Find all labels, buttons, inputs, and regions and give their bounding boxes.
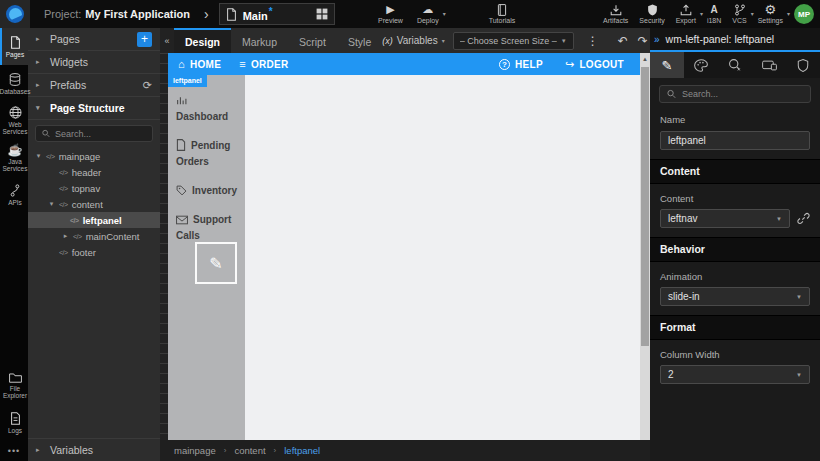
tab-markup[interactable]: Markup (231, 28, 288, 53)
palette-icon (694, 59, 708, 72)
variables-dropdown[interactable]: (x) Variables ▾ (382, 35, 444, 46)
name-field[interactable] (660, 131, 810, 150)
preview-nav-dashboard[interactable]: Dashboard (176, 93, 240, 125)
tab-security[interactable] (786, 52, 820, 78)
search-icon (667, 89, 676, 99)
collapse-left-panel-button[interactable]: « (160, 28, 174, 53)
page-selector[interactable]: Main* (219, 3, 335, 25)
section-format: Format (650, 315, 820, 340)
tab-styles[interactable] (684, 52, 718, 78)
tab-properties[interactable]: ✎ (650, 52, 684, 78)
rail-item-databases[interactable]: Databases (0, 65, 28, 102)
tag-icon (176, 185, 187, 196)
structure-search-input[interactable] (55, 129, 146, 139)
page-preview: ⌂ HOME ≡ ORDER ? HELP (168, 53, 650, 440)
tab-style[interactable]: Style (337, 28, 382, 53)
translate-icon: A (710, 4, 717, 16)
deploy-button[interactable]: ☁ Deploy ▾ (417, 4, 439, 25)
caret-down-icon: ▾ (36, 104, 43, 112)
scroll-up-icon[interactable]: ▲ (640, 53, 650, 65)
structure-search (35, 125, 153, 142)
upload-tray-icon (680, 4, 692, 16)
settings-button[interactable]: ⚙ Settings ▾ (758, 4, 783, 25)
screen-size-select[interactable]: – Choose Screen Size – ▼ (453, 32, 574, 50)
tutorials-button[interactable]: Tutorials (489, 4, 516, 25)
database-icon (9, 73, 21, 86)
edit-widget-button[interactable]: ✎ (195, 242, 237, 284)
tab-design[interactable]: Design (174, 28, 231, 53)
caret-right-icon: ▸ (36, 446, 43, 454)
security-button[interactable]: Security (639, 4, 664, 25)
rail-item-java-services[interactable]: ☕ Java Services (0, 139, 28, 176)
preview-nav-pending-orders[interactable]: Pending Orders (176, 138, 240, 170)
section-variables[interactable]: ▸ Variables (28, 438, 160, 461)
content-select[interactable]: leftnav ▼ (660, 209, 790, 228)
tab-events[interactable] (718, 52, 752, 78)
tab-device[interactable] (752, 52, 786, 78)
properties-search-input[interactable] (682, 89, 803, 99)
section-behavior: Behavior (650, 237, 820, 262)
undo-button[interactable]: ↶ (613, 34, 633, 48)
rail-item-web-services[interactable]: Web Services (0, 102, 28, 139)
left-panel: ▸ Pages + ▸ Widgets ▸ Prefabs ⟳ ▾ Page S… (28, 28, 160, 461)
preview-left-panel[interactable]: Dashboard Pending Orders Inventory Suppo… (168, 75, 245, 440)
animation-select[interactable]: slide-in ▼ (660, 287, 810, 306)
chevron-down-icon: ▾ (751, 10, 754, 18)
selected-widget-tag[interactable]: leftpanel (168, 75, 207, 87)
markup-icon: </> (46, 153, 55, 160)
rail-more-button[interactable]: ••• (0, 441, 28, 461)
export-button[interactable]: Export ▾ (676, 4, 696, 25)
properties-body: Name Content Content leftnav ▼ Behavior (650, 78, 820, 461)
caret-down-icon[interactable]: ▾ (35, 152, 42, 160)
breadcrumb-leftpanel[interactable]: leftpanel (284, 445, 320, 456)
tree-item-footer[interactable]: </> footer (28, 244, 160, 260)
tree-item-maincontent[interactable]: ▸ </> mainContent (28, 228, 160, 244)
preview-topnav: ⌂ HOME ≡ ORDER ? HELP (168, 53, 640, 75)
rail-item-apis[interactable]: APIs (0, 176, 28, 213)
expand-right-panel-button[interactable]: » (654, 34, 660, 45)
tree-item-content[interactable]: ▾ </> content (28, 196, 160, 212)
preview-order-link[interactable]: ≡ ORDER (239, 58, 288, 70)
caret-down-icon[interactable]: ▾ (48, 200, 55, 208)
artifacts-button[interactable]: Artifacts (603, 4, 628, 25)
add-page-button[interactable]: + (137, 32, 152, 47)
logs-icon (10, 412, 21, 425)
section-prefabs[interactable]: ▸ Prefabs ⟳ (28, 74, 160, 97)
section-widgets[interactable]: ▸ Widgets (28, 51, 160, 74)
preview-home-link[interactable]: ⌂ HOME (178, 58, 221, 70)
preview-nav-support-calls[interactable]: Support Calls (176, 212, 240, 244)
scrollbar-thumb[interactable] (641, 67, 649, 346)
search-icon (42, 129, 50, 138)
user-avatar[interactable]: MP (794, 4, 814, 24)
bind-property-button[interactable] (797, 212, 810, 225)
column-width-select[interactable]: 2 ▼ (660, 365, 810, 384)
tab-script[interactable]: Script (288, 28, 337, 53)
rail-item-logs[interactable]: Logs (0, 404, 28, 441)
tree-item-topnav[interactable]: </> topnav (28, 180, 160, 196)
section-pages[interactable]: ▸ Pages + (28, 28, 160, 51)
preview-nav-inventory[interactable]: Inventory (176, 183, 240, 199)
preview-button[interactable]: ▶ Preview (378, 4, 403, 25)
more-options-button[interactable]: ⋮ (581, 34, 605, 48)
tree-item-header[interactable]: </> header (28, 164, 160, 180)
breadcrumb-mainpage[interactable]: mainpage (174, 445, 216, 456)
rail-item-file-explorer[interactable]: File Explorer (0, 367, 28, 404)
i18n-button[interactable]: A i18N (707, 4, 721, 25)
preview-logout-link[interactable]: ↪ LOGOUT (565, 58, 624, 71)
vcs-button[interactable]: VCS ▾ (732, 4, 746, 25)
caret-right-icon[interactable]: ▸ (62, 232, 69, 240)
tree-item-leftpanel[interactable]: </> leftpanel (28, 212, 160, 228)
rail-item-pages[interactable]: Pages (0, 28, 28, 65)
canvas-scrollbar[interactable]: ▲ (640, 53, 650, 440)
wavemaker-logo[interactable] (0, 0, 30, 28)
preview-help-link[interactable]: ? HELP (499, 58, 543, 71)
breadcrumb-content[interactable]: content (234, 445, 265, 456)
chevron-right-icon: › (274, 446, 277, 455)
refresh-icon[interactable]: ⟳ (143, 79, 152, 92)
section-page-structure[interactable]: ▾ Page Structure (28, 97, 160, 120)
tree-item-mainpage[interactable]: ▾ </> mainpage (28, 148, 160, 164)
folder-icon (9, 372, 22, 383)
canvas-toolbar: « Design Markup Script Style (x) Variabl… (160, 28, 650, 53)
chevron-down-icon: ▾ (443, 10, 446, 18)
section-content: Content (650, 159, 820, 184)
